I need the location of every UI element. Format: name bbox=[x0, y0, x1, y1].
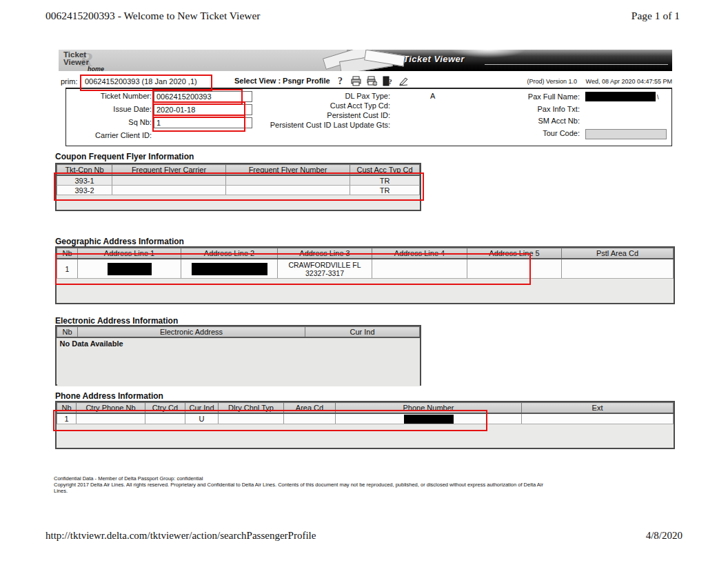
table-cell bbox=[219, 413, 284, 424]
redacted-value bbox=[192, 263, 267, 275]
table-cell bbox=[181, 259, 278, 279]
table-cell: U bbox=[185, 413, 219, 424]
column-header: Address Line 3 bbox=[278, 248, 372, 259]
column-header: Address Line 1 bbox=[78, 248, 181, 259]
prim-label: prim: bbox=[61, 77, 77, 86]
svg-text:0: 0 bbox=[374, 81, 376, 86]
column-header: Pstl Area Cd bbox=[562, 248, 674, 259]
select-view-label[interactable]: Select View : Psngr Profile bbox=[234, 77, 330, 85]
app-logo[interactable]: Ticket Viewer bbox=[63, 51, 89, 66]
home-link[interactable]: home bbox=[88, 66, 104, 71]
table-cell: 1 bbox=[57, 259, 78, 279]
print-footer-url: http://tktviewr.delta.com/tktviewer/acti… bbox=[46, 530, 316, 542]
prim-ticket-selector[interactable]: 0062415200393 (18 Jan 2020 ,1) bbox=[85, 77, 197, 86]
environment-version: (Prod) Version 1.0 Wed, 08 Apr 2020 04:4… bbox=[527, 78, 672, 85]
column-header: Nb bbox=[57, 327, 78, 338]
dl-pax-type-label: DL Pax Type: bbox=[252, 92, 390, 100]
no-data-row: No Data Available bbox=[57, 337, 420, 386]
banner-divider-line bbox=[485, 64, 668, 65]
no-data-message: No Data Available bbox=[57, 337, 420, 386]
table-cell: TR bbox=[350, 186, 420, 195]
pax-full-name-label: Pax Full Name: bbox=[494, 92, 580, 101]
ticket-summary-form: Ticket Number: 0062415200393 Issue Date:… bbox=[65, 88, 672, 146]
cust-acct-typ-cd-label: Cust Acct Typ Cd: bbox=[252, 101, 390, 110]
table-cell bbox=[78, 259, 181, 279]
table-cell: CRAWFORDVILLE FL 32327-3317 bbox=[278, 259, 372, 279]
column-header: Cust Acc Typ Cd bbox=[350, 165, 420, 176]
phone-table-header: NbCtry Phone NbCtry CdCur IndDlry Chnl T… bbox=[57, 403, 674, 414]
coupon-table-header: Tkt-Cpn NbFrequent Flyer CarrierFrequent… bbox=[57, 165, 420, 176]
column-header: Ctry Cd bbox=[145, 403, 185, 414]
help-icon[interactable]: ? bbox=[335, 76, 345, 86]
table-row: 1U bbox=[57, 413, 674, 424]
table-cell bbox=[522, 413, 674, 424]
phone-table-wrap: NbCtry Phone NbCtry CdCur IndDlry Chnl T… bbox=[55, 401, 675, 449]
column-header: Ext bbox=[522, 403, 674, 414]
toolbar-icons: ? 0 ? bbox=[335, 76, 409, 86]
electronic-table-header: NbElectronic AddressCur Ind bbox=[57, 327, 420, 338]
print-footer-date: 4/8/2020 bbox=[646, 530, 682, 542]
ticket-number-label: Ticket Number: bbox=[66, 92, 152, 100]
coupon-section-title: Coupon Frequent Flyer Information bbox=[55, 152, 194, 161]
table-cell bbox=[145, 413, 185, 424]
sign-icon[interactable] bbox=[398, 76, 409, 86]
redaction-artifact: \ bbox=[657, 94, 659, 101]
electronic-table-wrap: NbElectronic AddressCur Ind No Data Avai… bbox=[55, 325, 421, 386]
carrier-client-id-label: Carrier Client ID: bbox=[66, 131, 152, 139]
pax-full-name-redacted bbox=[585, 92, 656, 101]
table-cell bbox=[226, 186, 350, 195]
column-header: Phone Number bbox=[336, 403, 522, 414]
svg-text:?: ? bbox=[388, 77, 392, 86]
printed-page: 0062415200393 - Welcome to New Ticket Vi… bbox=[0, 0, 728, 563]
issue-date-label: Issue Date: bbox=[66, 105, 152, 113]
column-header: Address Line 2 bbox=[181, 248, 278, 259]
column-header: Ctry Phone Nb bbox=[77, 403, 145, 414]
column-header: Tkt-Cpn Nb bbox=[57, 165, 112, 176]
column-header: Nb bbox=[57, 248, 78, 259]
page-datetime: Wed, 08 Apr 2020 04:47:55 PM bbox=[586, 78, 672, 85]
issue-date-input[interactable]: 2020-01-18 bbox=[154, 104, 252, 115]
legal-line: Lines. bbox=[54, 488, 681, 494]
pax-info-txt-label: Pax Info Txt: bbox=[494, 105, 580, 113]
sq-nb-label: Sq Nb: bbox=[66, 118, 152, 126]
redacted-value bbox=[404, 415, 454, 424]
table-row: 393-2TR bbox=[57, 186, 420, 195]
tour-code-input[interactable] bbox=[585, 129, 667, 139]
table-cell: 1 bbox=[57, 413, 77, 424]
table-cell bbox=[467, 259, 562, 279]
column-header: Address Line 4 bbox=[372, 248, 467, 259]
column-header: Electronic Address bbox=[78, 327, 305, 338]
document-help-icon[interactable]: ? bbox=[383, 76, 393, 86]
ticket-number-input[interactable]: 0062415200393 bbox=[154, 91, 252, 102]
column-header: Dlry Chnl Typ bbox=[219, 403, 284, 414]
dl-pax-type-value: A bbox=[430, 92, 435, 100]
table-cell bbox=[112, 186, 226, 195]
electronic-section-title: Electronic Address Information bbox=[55, 316, 178, 326]
table-cell bbox=[112, 175, 226, 186]
phone-section-title: Phone Address Information bbox=[55, 391, 163, 401]
table-row: 1CRAWFORDVILLE FL 32327-3317 bbox=[57, 259, 674, 279]
table-cell bbox=[372, 259, 467, 279]
table-cell bbox=[284, 413, 336, 424]
svg-text:?: ? bbox=[338, 76, 343, 86]
env-label: (Prod) Version 1.0 bbox=[527, 78, 578, 85]
coupon-table-wrap: Tkt-Cpn NbFrequent Flyer CarrierFrequent… bbox=[55, 163, 421, 211]
print-ticket-icon[interactable]: 0 bbox=[367, 76, 377, 86]
redacted-value bbox=[108, 263, 152, 275]
print-icon[interactable] bbox=[351, 76, 361, 86]
column-header: Area Cd bbox=[284, 403, 336, 414]
print-page-number: Page 1 of 1 bbox=[631, 10, 680, 22]
column-header: Address Line 5 bbox=[467, 248, 562, 259]
geo-table-wrap: NbAddress Line 1Address Line 2Address Li… bbox=[55, 246, 675, 304]
table-row: 393-1TR bbox=[57, 175, 420, 186]
table-cell: TR bbox=[350, 175, 420, 186]
persistent-cust-id-last-update-label: Persistent Cust ID Last Update Gts: bbox=[232, 121, 390, 129]
geo-table-header: NbAddress Line 1Address Line 2Address Li… bbox=[57, 248, 674, 259]
tour-code-label: Tour Code: bbox=[494, 129, 580, 137]
column-header: Frequent Flyer Carrier bbox=[112, 165, 226, 176]
legal-line: Copyright 2017 Delta Air Lines. All righ… bbox=[54, 482, 681, 488]
geo-section-title: Geographic Address Information bbox=[55, 237, 184, 246]
column-header: Frequent Flyer Number bbox=[226, 165, 350, 176]
table-cell bbox=[77, 413, 145, 424]
column-header: Cur Ind bbox=[185, 403, 219, 414]
